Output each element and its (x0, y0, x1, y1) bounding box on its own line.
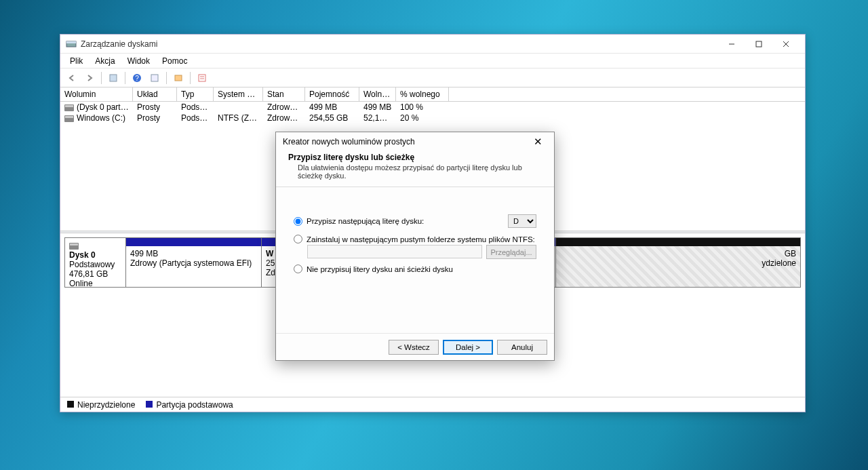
col-capacity[interactable]: Pojemność (305, 87, 359, 101)
svg-rect-3 (756, 41, 762, 47)
drive-icon (64, 104, 74, 111)
radio-no-assign[interactable] (294, 265, 302, 273)
partition-bar (126, 238, 261, 246)
cancel-button[interactable]: Anuluj (497, 340, 547, 355)
help-icon[interactable]: ? (130, 71, 144, 85)
menu-file[interactable]: Plik (64, 55, 88, 67)
maximize-button[interactable] (745, 35, 772, 53)
back-button[interactable]: < Wstecz (389, 340, 439, 355)
app-icon (66, 39, 77, 50)
browse-button: Przeglądaj... (486, 245, 536, 259)
partition-unallocated[interactable]: GB ydzielone (556, 238, 800, 287)
toolbar: ? (60, 68, 805, 87)
drive-icon (64, 115, 74, 122)
window-title: Zarządzanie dyskami (81, 39, 718, 49)
svg-text:?: ? (135, 75, 139, 82)
dialog-heading: Przypisz literę dysku lub ścieżkę (288, 153, 542, 162)
drive-letter-select[interactable]: D (508, 214, 536, 228)
radio-no-assign-label: Nie przypisuj litery dysku ani ścieżki d… (307, 265, 453, 273)
col-layout[interactable]: Układ (133, 87, 177, 101)
volume-list-header: Wolumin Układ Typ System plik... Stan Po… (60, 87, 805, 102)
col-status[interactable]: Stan (263, 87, 305, 101)
svg-rect-6 (110, 75, 117, 81)
menubar: Plik Akcja Widok Pomoc (60, 54, 805, 68)
new-volume-wizard-dialog: Kreator nowych woluminów prostych ✕ Przy… (275, 132, 555, 361)
radio-assign-letter-label: Przypisz następującą literę dysku: (307, 217, 424, 225)
dialog-subheading: Dla ułatwienia dostępu możesz przypisać … (298, 163, 542, 180)
svg-rect-10 (175, 75, 182, 81)
titlebar[interactable]: Zarządzanie dyskami (60, 35, 805, 54)
radio-mount-folder[interactable] (294, 235, 302, 243)
menu-help[interactable]: Pomoc (157, 55, 193, 67)
col-pctfree[interactable]: % wolnego (396, 87, 449, 101)
dialog-body: Przypisz następującą literę dysku: D Zai… (276, 187, 554, 333)
volume-row[interactable]: (Dysk 0 partycja 1) Prosty Podstaw... Zd… (60, 102, 805, 113)
partition-bar (556, 238, 800, 246)
menu-view[interactable]: Widok (122, 55, 155, 67)
dialog-titlebar[interactable]: Kreator nowych woluminów prostych ✕ (276, 132, 554, 151)
forward-icon[interactable] (82, 71, 97, 85)
swatch-primary (146, 401, 153, 408)
col-volume[interactable]: Wolumin (60, 87, 133, 101)
svg-rect-11 (199, 75, 205, 81)
radio-assign-letter[interactable] (294, 217, 302, 226)
disk-info: Dysk 0 Podstawowy 476,81 GB Online (65, 238, 126, 287)
close-icon[interactable]: ✕ (528, 134, 547, 150)
swatch-unallocated (67, 401, 74, 408)
menu-action[interactable]: Akcja (90, 55, 120, 67)
dialog-buttons: < Wstecz Dalej > Anuluj (276, 333, 554, 360)
list-icon[interactable] (195, 71, 210, 85)
col-free[interactable]: Wolne ... (359, 87, 396, 101)
dialog-title: Kreator nowych woluminów prostych (283, 137, 528, 146)
svg-rect-1 (66, 41, 76, 43)
svg-rect-9 (151, 75, 158, 81)
mount-path-input (307, 245, 482, 258)
next-button[interactable]: Dalej > (443, 340, 493, 355)
close-button[interactable] (772, 35, 800, 53)
dialog-header: Przypisz literę dysku lub ścieżkę Dla uł… (276, 151, 554, 187)
back-icon[interactable] (64, 71, 79, 85)
volume-row[interactable]: Windows (C:) Prosty Podstaw... NTFS (Zas… (60, 113, 805, 123)
action-icon[interactable] (171, 71, 186, 85)
legend: Nieprzydzielone Partycja podstawowa (60, 397, 805, 412)
radio-mount-folder-label: Zainstaluj w następującym pustym folderz… (307, 235, 535, 243)
properties-icon[interactable] (147, 71, 162, 85)
minimize-button[interactable] (718, 35, 745, 53)
col-fs[interactable]: System plik... (214, 87, 263, 101)
refresh-icon[interactable] (106, 71, 121, 85)
drive-icon (69, 243, 79, 250)
col-type[interactable]: Typ (177, 87, 214, 101)
partition-efi[interactable]: 499 MB Zdrowy (Partycja systemowa EFI) (126, 238, 262, 287)
